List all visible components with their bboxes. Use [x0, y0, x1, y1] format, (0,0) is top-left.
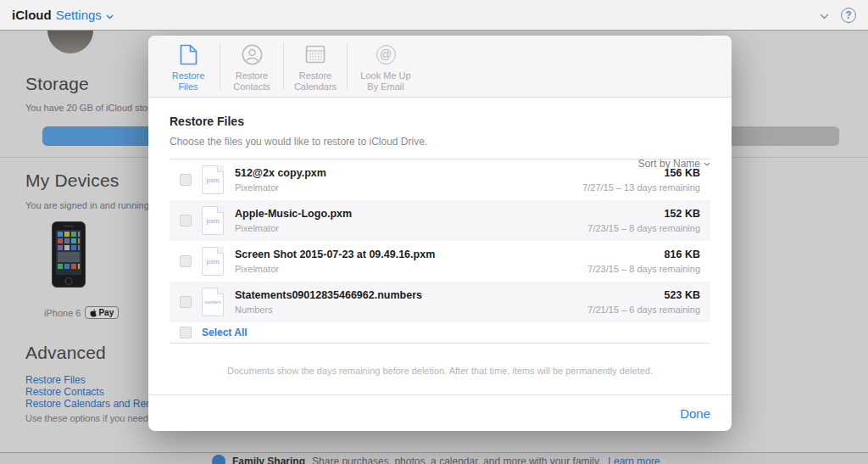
tab-restore-calendars[interactable]: RestoreCalendars	[284, 36, 347, 97]
at-sign-icon: @	[376, 43, 396, 65]
file-size: 152 KB	[587, 208, 700, 220]
help-icon[interactable]: ?	[841, 8, 856, 23]
dialog-title: Restore Files	[170, 115, 710, 128]
file-row: pxm 512@2x copy.pxm Pixelmator 156 KB 7/…	[170, 159, 710, 200]
numbers-file-icon: numbers	[202, 288, 224, 316]
contacts-icon	[242, 43, 263, 65]
file-name: Apple-Music-Logo.pxm	[235, 208, 352, 220]
select-all-checkbox[interactable]	[180, 327, 192, 338]
file-app: Pixelmator	[235, 264, 435, 274]
top-nav-bar: iCloud Settings ?	[0, 0, 868, 31]
file-list: pxm 512@2x copy.pxm Pixelmator 156 KB 7/…	[170, 159, 710, 344]
dialog-subtitle: Choose the files you would like to resto…	[170, 136, 710, 148]
dialog-footer: Done	[148, 394, 732, 431]
chevron-down-icon[interactable]	[106, 8, 114, 23]
done-button[interactable]: Done	[680, 406, 710, 421]
tab-look-me-up-by-email[interactable]: @ Look Me UpBy Email	[348, 36, 424, 97]
chevron-down-icon	[704, 162, 710, 166]
restore-files-dialog: RestoreFiles RestoreContacts RestoreCale…	[148, 36, 732, 431]
file-expiry: 7/27/15 – 13 days remaining	[582, 182, 700, 193]
select-all-row: Select All	[170, 322, 710, 344]
tab-restore-contacts[interactable]: RestoreContacts	[220, 36, 283, 97]
tab-restore-files[interactable]: RestoreFiles	[157, 36, 220, 97]
select-all-label[interactable]: Select All	[202, 327, 248, 338]
document-icon	[180, 43, 198, 65]
sort-dropdown[interactable]: Sort by Name	[638, 158, 710, 170]
file-row: pxm Apple-Music-Logo.pxm Pixelmator 152 …	[170, 200, 710, 241]
pxm-file-icon: pxm	[202, 247, 224, 276]
icloud-settings-screen: Storage You have 20 GB of iCloud storage…	[0, 0, 868, 464]
chevron-down-icon[interactable]	[820, 8, 829, 23]
settings-menu-trigger[interactable]: Settings	[56, 8, 102, 22]
file-expiry: 7/21/15 – 6 days remaining	[587, 305, 700, 315]
calendar-icon	[305, 43, 326, 65]
file-name: Screen Shot 2015-07-23 at 09.49.16.pxm	[235, 249, 435, 260]
file-checkbox[interactable]	[180, 174, 192, 186]
file-size: 816 KB	[587, 249, 700, 260]
pxm-file-icon: pxm	[202, 206, 224, 235]
file-app: Numbers	[235, 305, 422, 315]
file-checkbox[interactable]	[180, 215, 192, 226]
file-name: Statements09012835466962.numbers	[235, 289, 422, 301]
icloud-logo-text: iCloud	[12, 8, 52, 22]
file-checkbox[interactable]	[180, 296, 192, 308]
restore-tabbar: RestoreFiles RestoreContacts RestoreCale…	[148, 36, 732, 98]
file-row: numbers Statements09012835466962.numbers…	[170, 282, 710, 322]
pxm-file-icon: pxm	[202, 165, 224, 194]
deletion-note: Documents show the days remaining before…	[170, 366, 710, 376]
file-expiry: 7/23/15 – 8 days remaining	[587, 264, 700, 274]
file-row: pxm Screen Shot 2015-07-23 at 09.49.16.p…	[170, 241, 710, 282]
file-expiry: 7/23/15 – 8 days remaining	[587, 223, 700, 233]
file-app: Pixelmator	[235, 223, 352, 233]
file-checkbox[interactable]	[180, 255, 192, 267]
file-name: 512@2x copy.pxm	[235, 167, 326, 179]
file-app: Pixelmator	[235, 182, 326, 193]
file-size: 523 KB	[587, 289, 700, 301]
